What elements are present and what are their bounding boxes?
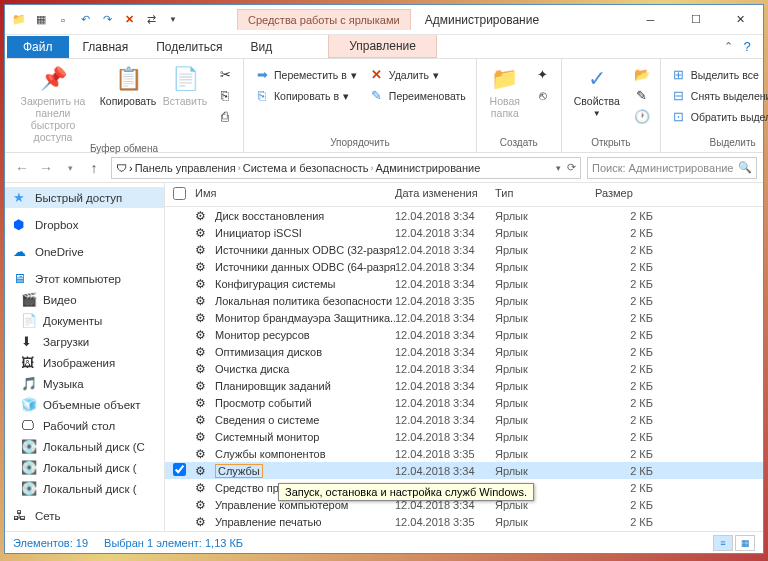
search-box[interactable]: Поиск: Администрирование 🔍 — [587, 157, 757, 179]
delete-button-ribbon[interactable]: ✕Удалить ▾ — [365, 65, 470, 84]
sidebar-drive-c1[interactable]: 💽Локальный диск (C — [5, 436, 164, 457]
tab-home[interactable]: Главная — [69, 36, 143, 58]
file-row[interactable]: ⚙Просмотр событий12.04.2018 3:34Ярлык2 К… — [165, 394, 763, 411]
col-name[interactable]: Имя — [195, 187, 395, 202]
pin-button[interactable]: 📌Закрепить на панели быстрого доступа — [11, 65, 95, 143]
sidebar-3d-objects[interactable]: 🧊Объемные объект — [5, 394, 164, 415]
recent-dropdown[interactable]: ▾ — [59, 157, 81, 179]
forward-button[interactable]: → — [35, 157, 57, 179]
sidebar-this-pc[interactable]: 🖥Этот компьютер — [5, 268, 164, 289]
sidebar-music[interactable]: 🎵Музыка — [5, 373, 164, 394]
sidebar-dropbox[interactable]: ⬢Dropbox — [5, 214, 164, 235]
file-row[interactable]: ⚙Источники данных ODBC (64-разряд...12.0… — [165, 258, 763, 275]
ribbon-collapse-icon[interactable]: ⌃ — [718, 40, 739, 53]
sidebar-drive-c3[interactable]: 💽Локальный диск ( — [5, 478, 164, 499]
new-folder-icon[interactable]: ▫ — [53, 10, 73, 30]
select-none-button[interactable]: ⊟Снять выделение — [667, 86, 768, 105]
sidebar-documents[interactable]: 📄Документы — [5, 310, 164, 331]
file-row[interactable]: ⚙Системный монитор12.04.2018 3:34Ярлык2 … — [165, 428, 763, 445]
copy-path-button[interactable]: ⎘ — [213, 86, 237, 105]
address-bar[interactable]: 🛡 › Панель управления › Система и безопа… — [111, 157, 581, 179]
file-row[interactable]: ⚙Службы12.04.2018 3:34Ярлык2 КБ — [165, 462, 763, 479]
minimize-button[interactable]: ─ — [628, 6, 673, 34]
move-to-button[interactable]: ➡Переместить в ▾ — [250, 65, 361, 84]
invert-selection-button[interactable]: ⊡Обратить выделение — [667, 107, 768, 126]
file-type: Ярлык — [495, 465, 595, 477]
file-row[interactable]: ⚙Управление печатью12.04.2018 3:35Ярлык2… — [165, 513, 763, 530]
new-item-button[interactable]: ✦ — [531, 65, 555, 84]
icons-view-button[interactable]: ▦ — [735, 535, 755, 551]
breadcrumb-2[interactable]: Администрирование — [375, 162, 480, 174]
row-checkbox[interactable] — [173, 463, 186, 476]
col-date[interactable]: Дата изменения — [395, 187, 495, 202]
sidebar-video[interactable]: 🎬Видео — [5, 289, 164, 310]
file-row[interactable]: ⚙Инициатор iSCSI12.04.2018 3:34Ярлык2 КБ — [165, 224, 763, 241]
delete-icon[interactable]: ✕ — [119, 10, 139, 30]
paste-shortcut-button[interactable]: ⎙ — [213, 107, 237, 126]
select-all-checkbox[interactable] — [173, 187, 186, 200]
sidebar-desktop[interactable]: 🖵Рабочий стол — [5, 415, 164, 436]
folder-icon[interactable]: 📁 — [9, 10, 29, 30]
rename-button[interactable]: ✎Переименовать — [365, 86, 470, 105]
sidebar-drive-c2[interactable]: 💽Локальный диск ( — [5, 457, 164, 478]
file-row[interactable]: ⚙Монитор брандмауэра Защитника...12.04.2… — [165, 309, 763, 326]
edit-button[interactable]: ✎ — [630, 86, 654, 105]
file-type: Ярлык — [495, 363, 595, 375]
close-button[interactable]: ✕ — [718, 6, 763, 34]
sidebar-network[interactable]: 🖧Сеть — [5, 505, 164, 526]
search-placeholder: Поиск: Администрирование — [592, 162, 734, 174]
properties-icon[interactable]: ▦ — [31, 10, 51, 30]
redo-icon[interactable]: ↷ — [97, 10, 117, 30]
up-button[interactable]: ↑ — [83, 157, 105, 179]
file-date: 12.04.2018 3:34 — [395, 414, 495, 426]
properties-button[interactable]: ✓Свойства▼ — [568, 65, 626, 118]
copy-to-button[interactable]: ⎘Копировать в ▾ — [250, 86, 361, 105]
breadcrumb-1[interactable]: Система и безопасность › — [243, 162, 374, 174]
file-date: 12.04.2018 3:34 — [395, 363, 495, 375]
group-select: Выделить — [710, 137, 756, 150]
refresh-icon[interactable]: ⟳ — [567, 161, 576, 174]
tab-manage[interactable]: Управление — [328, 35, 437, 58]
file-row[interactable]: ⚙Диск восстановления12.04.2018 3:34Ярлык… — [165, 207, 763, 224]
easy-access-button[interactable]: ⎋ — [531, 86, 555, 105]
tab-file[interactable]: Файл — [7, 36, 69, 58]
history-button[interactable]: 🕐 — [630, 107, 654, 126]
file-row[interactable]: ⚙Планировщик заданий12.04.2018 3:34Ярлык… — [165, 377, 763, 394]
file-row[interactable]: ⚙Монитор ресурсов12.04.2018 3:34Ярлык2 К… — [165, 326, 763, 343]
file-row[interactable]: ⚙Сведения о системе12.04.2018 3:34Ярлык2… — [165, 411, 763, 428]
tab-share[interactable]: Поделиться — [142, 36, 236, 58]
file-row[interactable]: ⚙Оптимизация дисков12.04.2018 3:34Ярлык2… — [165, 343, 763, 360]
sidebar-downloads[interactable]: ⬇Загрузки — [5, 331, 164, 352]
col-size[interactable]: Размер — [595, 187, 665, 202]
details-view-button[interactable]: ≡ — [713, 535, 733, 551]
qat-customize-icon[interactable]: ▼ — [163, 10, 183, 30]
sidebar-images[interactable]: 🖼Изображения — [5, 352, 164, 373]
shortcut-icon: ⚙ — [195, 328, 211, 342]
file-row[interactable]: ⚙Конфигурация системы12.04.2018 3:34Ярлы… — [165, 275, 763, 292]
file-type: Ярлык — [495, 346, 595, 358]
help-button[interactable]: ? — [739, 39, 763, 54]
copy-button[interactable]: 📋Копировать — [99, 65, 157, 107]
file-type: Ярлык — [495, 312, 595, 324]
file-row[interactable]: ⚙Источники данных ODBC (32-разряд...12.0… — [165, 241, 763, 258]
sidebar-onedrive[interactable]: ☁OneDrive — [5, 241, 164, 262]
tab-view[interactable]: Вид — [236, 36, 286, 58]
breadcrumb-0[interactable]: Панель управления › — [135, 162, 241, 174]
col-type[interactable]: Тип — [495, 187, 595, 202]
new-folder-button[interactable]: 📁Новая папка — [483, 65, 527, 119]
file-row[interactable]: ⚙Очистка диска12.04.2018 3:34Ярлык2 КБ — [165, 360, 763, 377]
paste-button[interactable]: 📄Вставить — [161, 65, 209, 107]
file-date: 12.04.2018 3:34 — [395, 312, 495, 324]
rename-icon[interactable]: ⇄ — [141, 10, 161, 30]
cut-button[interactable]: ✂ — [213, 65, 237, 84]
file-date: 12.04.2018 3:34 — [395, 261, 495, 273]
back-button[interactable]: ← — [11, 157, 33, 179]
file-row[interactable]: ⚙Локальная политика безопасности12.04.20… — [165, 292, 763, 309]
address-dropdown-icon[interactable]: ▾ — [556, 163, 561, 173]
sidebar-quick-access[interactable]: ★Быстрый доступ — [5, 187, 164, 208]
open-button[interactable]: 📂 — [630, 65, 654, 84]
file-row[interactable]: ⚙Службы компонентов12.04.2018 3:35Ярлык2… — [165, 445, 763, 462]
undo-icon[interactable]: ↶ — [75, 10, 95, 30]
select-all-button[interactable]: ⊞Выделить все — [667, 65, 768, 84]
maximize-button[interactable]: ☐ — [673, 6, 718, 34]
